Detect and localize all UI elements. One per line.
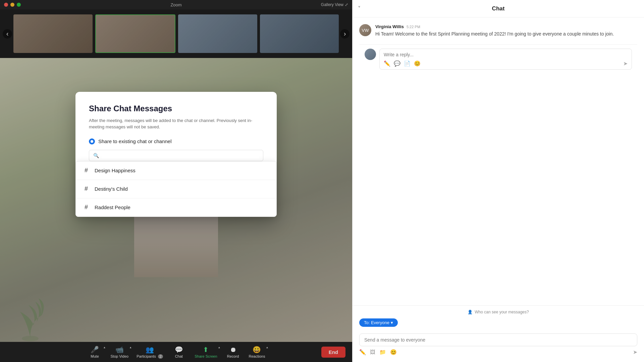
who-can-see-text: Who can see your messages? [475,310,529,314]
channel-name: Raddest People [95,204,130,210]
channel-item-raddest-people[interactable]: # Raddest People [76,198,276,217]
reply-input-wrapper[interactable]: ✏️ 💬 📄 😊 ➤ [379,49,632,70]
hash-icon: # [83,185,90,193]
gif-icon[interactable]: 🖼 [370,349,375,355]
radio-selected[interactable] [89,138,95,144]
reply-avatar [365,49,376,60]
modal-overlay: Share Chat Messages After the meeting, m… [0,0,352,362]
channel-item-destinys-child[interactable]: # Destiny's Child [76,180,276,198]
reply-send-icon[interactable]: ➤ [623,60,628,67]
main-video-area: Zoom Gallery View ⤢ ‹ › [0,0,352,362]
avatar: VW [359,24,371,36]
modal-title: Share Chat Messages [89,104,263,113]
chat-toolbar-icons: ✏️ 🖼 📁 😊 ➤ [359,346,637,358]
who-can-see: 👤 Who can see your messages? [359,310,637,314]
emoji-icon[interactable]: 😊 [414,60,421,67]
message-sender: Virginia Willis [375,24,404,29]
to-everyone-button[interactable]: To: Everyone ▾ [359,318,398,327]
share-chat-modal: Share Chat Messages After the meeting, m… [75,92,277,217]
channel-search-box[interactable]: 🔍 [89,150,263,161]
comment-icon[interactable]: 💬 [394,60,400,67]
chat-title: Chat [359,5,637,12]
hash-icon: # [83,204,90,211]
chat-bottom: 👤 Who can see your messages? To: Everyon… [353,305,644,362]
pencil-icon[interactable]: ✏️ [384,60,390,67]
channel-name: Design Happiness [95,168,136,173]
chat-panel: ˅ Chat VW Virginia Willis 5:22 PM Hi Tea… [352,0,644,362]
emoji-icon[interactable]: 😊 [390,349,397,355]
chevron-down-icon: ▾ [391,320,393,325]
radio-option[interactable]: Share to existing chat or channel [89,138,263,144]
pencil-icon[interactable]: ✏️ [359,349,366,355]
channel-item-design-happiness[interactable]: # Design Happiness [76,162,276,180]
reply-actions: ✏️ 💬 📄 😊 ➤ [384,60,628,67]
reply-area: ✏️ 💬 📄 😊 ➤ [359,44,637,74]
radio-label: Share to existing chat or channel [98,138,171,144]
message-time: 5:22 PM [407,25,420,29]
channel-dropdown: # Design Happiness # Destiny's Child # R… [75,161,277,217]
chat-header: ˅ Chat [353,0,644,17]
chat-collapse-button[interactable]: ˅ [358,5,361,12]
channel-name: Destiny's Child [95,186,128,192]
search-icon: 🔍 [93,153,99,158]
file-attach-icon[interactable]: 📁 [379,349,386,355]
to-everyone-label: To: Everyone [364,320,389,325]
modal-description: After the meeting, messages will be adde… [89,117,263,130]
send-icon[interactable]: ➤ [633,349,637,355]
chat-message: VW Virginia Willis 5:22 PM Hi Team! Welc… [359,24,637,38]
message-content: Virginia Willis 5:22 PM Hi Team! Welcome… [375,24,637,38]
file-icon[interactable]: 📄 [404,60,411,67]
message-header: Virginia Willis 5:22 PM [375,24,637,29]
reply-input[interactable] [384,52,628,57]
message-text: Hi Team! Welcome to the first Sprint Pla… [375,31,637,38]
lock-icon: 👤 [468,310,473,314]
send-message-input[interactable] [359,334,637,346]
hash-icon: # [83,167,90,174]
chat-messages-area: VW Virginia Willis 5:22 PM Hi Team! Welc… [353,17,644,305]
channel-search-input[interactable] [102,153,259,158]
